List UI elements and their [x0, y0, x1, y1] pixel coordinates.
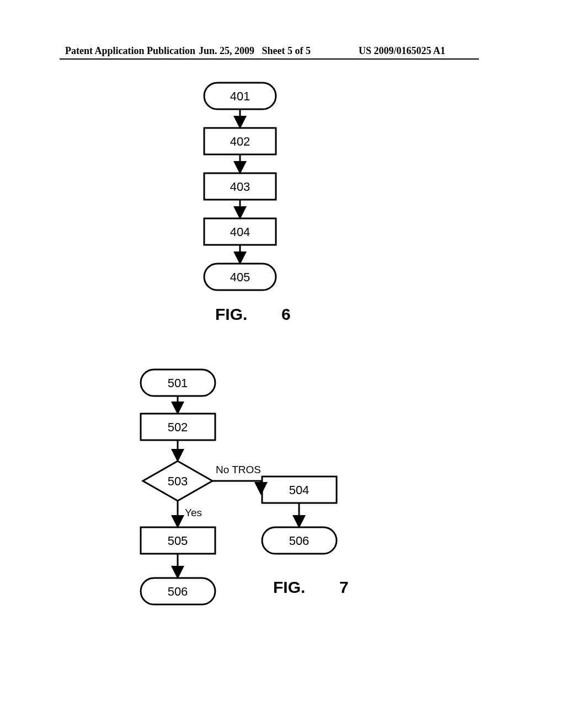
- arrow-503-504: [212, 481, 261, 492]
- header-rule: [60, 58, 479, 60]
- figure-7: 501 502 503 No TROS Yes 504 506 505 506 …: [130, 364, 439, 651]
- fig7-label-fig: FIG.: [273, 578, 305, 596]
- edge-503-yes-label: Yes: [185, 507, 202, 518]
- header-pub-number: US 2009/0165025 A1: [359, 45, 445, 57]
- node-502-label: 502: [168, 420, 188, 434]
- node-506-right-label: 506: [289, 534, 310, 548]
- node-404-label: 404: [230, 225, 250, 239]
- header-publication: Patent Application Publication: [65, 45, 195, 57]
- node-503-label: 503: [168, 474, 188, 488]
- node-504-label: 504: [289, 483, 310, 497]
- node-403-label: 403: [230, 180, 250, 194]
- node-401-label: 401: [230, 89, 250, 103]
- edge-503-no-label: No TROS: [216, 464, 261, 475]
- node-402-label: 402: [230, 135, 250, 148]
- header-date-sheet: Jun. 25, 2009 Sheet 5 of 5: [199, 45, 311, 57]
- node-405-label: 405: [230, 270, 250, 284]
- figure-6: 401 402 403 404 405 FIG. 6: [193, 77, 353, 342]
- node-505-label: 505: [168, 534, 188, 548]
- fig6-label-fig: FIG.: [215, 305, 247, 323]
- fig7-label-num: 7: [339, 578, 349, 596]
- node-501-label: 501: [168, 376, 188, 390]
- node-506-bottom-label: 506: [168, 585, 188, 598]
- fig6-label-num: 6: [281, 305, 291, 323]
